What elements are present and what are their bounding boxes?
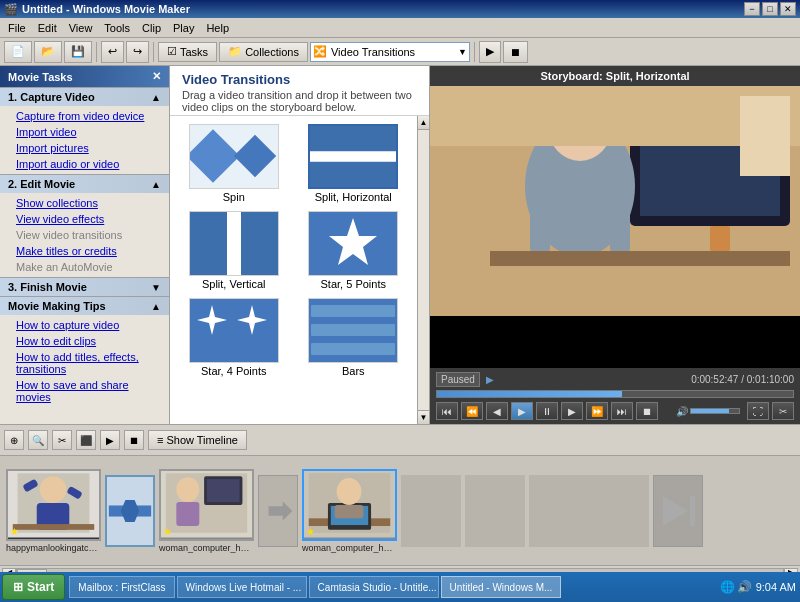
volume-bar[interactable] bbox=[690, 408, 740, 414]
menu-tools[interactable]: Tools bbox=[98, 20, 136, 36]
link-show-collections[interactable]: Show collections bbox=[0, 195, 169, 211]
content-row: Movie Tasks ✕ 1. Capture Video ▲ Capture… bbox=[0, 66, 800, 424]
link-view-effects[interactable]: View video effects bbox=[0, 211, 169, 227]
split-button[interactable]: ✂ bbox=[772, 402, 794, 420]
clip-label-2: woman_computer_happy(2) bbox=[159, 543, 254, 553]
section-tips-title: Movie Making Tips bbox=[8, 300, 106, 312]
storyboard-clip-2[interactable]: ★ woman_computer_happy(2) bbox=[159, 469, 254, 553]
play-button[interactable]: ▶ bbox=[511, 402, 533, 420]
tl-btn-3[interactable]: ✂ bbox=[52, 430, 72, 450]
back-button[interactable]: ◀ bbox=[486, 402, 508, 420]
preview-status: Paused ▶ 0:00:52:47 / 0:01:10:00 bbox=[436, 372, 794, 387]
link-how-capture[interactable]: How to capture video bbox=[0, 317, 169, 333]
tl-stop-button[interactable]: ⏹ bbox=[124, 430, 144, 450]
link-make-titles[interactable]: Make titles or credits bbox=[0, 243, 169, 259]
tl-btn-2[interactable]: 🔍 bbox=[28, 430, 48, 450]
transition-star5[interactable]: Star, 5 Points bbox=[298, 211, 410, 290]
forward-button[interactable]: ▶ bbox=[561, 402, 583, 420]
link-import-audio[interactable]: Import audio or video bbox=[0, 156, 169, 172]
menu-edit[interactable]: Edit bbox=[32, 20, 63, 36]
tb-new[interactable]: 📄 bbox=[4, 41, 32, 63]
taskbar-item-3[interactable]: Untitled - Windows M... bbox=[441, 576, 562, 598]
transition-clip-1[interactable] bbox=[105, 475, 155, 547]
transitions-scrollbar[interactable]: ▲ ▼ bbox=[417, 116, 429, 424]
transition-clip-2[interactable] bbox=[258, 475, 298, 547]
tb-open[interactable]: 📂 bbox=[34, 41, 62, 63]
preview-controls: Paused ▶ 0:00:52:47 / 0:01:10:00 ⏮ ⏪ ◀ ▶… bbox=[430, 368, 800, 424]
transition-star4-label: Star, 4 Points bbox=[201, 365, 266, 377]
scroll-down-button[interactable]: ▼ bbox=[418, 410, 429, 424]
open-icon: 📂 bbox=[41, 45, 55, 58]
collections-button[interactable]: 📁 Collections bbox=[219, 42, 308, 62]
next-frame-button[interactable]: ⏭ bbox=[611, 402, 633, 420]
tb-undo[interactable]: ↩ bbox=[101, 41, 124, 63]
link-how-save[interactable]: How to save and share movies bbox=[0, 377, 169, 405]
scroll-up-button[interactable]: ▲ bbox=[418, 116, 429, 130]
taskbar-item-1[interactable]: Windows Live Hotmail - ... bbox=[177, 576, 307, 598]
tasks-button[interactable]: ☑ Tasks bbox=[158, 42, 217, 62]
tl-btn-4[interactable]: ⬛ bbox=[76, 430, 96, 450]
transition-spin[interactable]: Spin bbox=[178, 124, 290, 203]
link-import-pictures[interactable]: Import pictures bbox=[0, 140, 169, 156]
section-tips-header[interactable]: Movie Making Tips ▲ bbox=[0, 296, 169, 315]
section-edit-header[interactable]: 2. Edit Movie ▲ bbox=[0, 174, 169, 193]
link-how-titles[interactable]: How to add titles, effects, transitions bbox=[0, 349, 169, 377]
tl-btn-1[interactable]: ⊕ bbox=[4, 430, 24, 450]
tb-save[interactable]: 💾 bbox=[64, 41, 92, 63]
transition-split-v[interactable]: Split, Vertical bbox=[178, 211, 290, 290]
tl-play-button[interactable]: ▶ bbox=[100, 430, 120, 450]
panel-title: Movie Tasks bbox=[8, 71, 73, 83]
tb-redo[interactable]: ↪ bbox=[126, 41, 149, 63]
section-tips-links: How to capture video How to edit clips H… bbox=[0, 315, 169, 407]
storyboard-clip-3[interactable]: ★ woman_computer_happy_734... bbox=[302, 469, 397, 553]
minimize-button[interactable]: − bbox=[744, 2, 760, 16]
panel-header: Movie Tasks ✕ bbox=[0, 66, 169, 87]
tb-extra1[interactable]: ▶ bbox=[479, 41, 501, 63]
fast-forward-button[interactable]: ⏩ bbox=[586, 402, 608, 420]
tasks-label: Tasks bbox=[180, 46, 208, 58]
tb-extra2[interactable]: ⏹ bbox=[503, 41, 528, 63]
taskbar-item-2[interactable]: Camtasia Studio - Untitle... bbox=[309, 576, 439, 598]
section-capture-links: Capture from video device Import video I… bbox=[0, 106, 169, 174]
link-capture-device[interactable]: Capture from video device bbox=[0, 108, 169, 124]
taskbar-right: 🌐 🔊 9:04 AM bbox=[720, 580, 800, 594]
menu-file[interactable]: File bbox=[2, 20, 32, 36]
link-how-edit[interactable]: How to edit clips bbox=[0, 333, 169, 349]
control-buttons: ⏮ ⏪ ◀ ▶ ⏸ ▶ ⏩ ⏭ ⏹ 🔊 ⛶ ✂ bbox=[436, 402, 794, 420]
svg-marker-58 bbox=[663, 496, 688, 526]
transitions-title: Video Transitions bbox=[182, 72, 417, 87]
transition-split-h[interactable]: Split, Horizontal bbox=[298, 124, 410, 203]
storyboard-spacer-1 bbox=[401, 475, 461, 547]
title-bar: 🎬 Untitled - Windows Movie Maker − □ ✕ bbox=[0, 0, 800, 18]
storyboard-clip-1[interactable]: ★ happymanlookingatcomputer bbox=[6, 469, 101, 553]
taskbar-item-0[interactable]: Mailbox : FirstClass bbox=[69, 576, 174, 598]
pause-button[interactable]: ⏸ bbox=[536, 402, 558, 420]
svg-rect-8 bbox=[227, 212, 241, 275]
clip-label-1: happymanlookingatcomputer bbox=[6, 543, 101, 553]
fullscreen-button[interactable]: ⛶ bbox=[747, 402, 769, 420]
preview-video bbox=[430, 86, 800, 368]
menu-clip[interactable]: Clip bbox=[136, 20, 167, 36]
section-finish-header[interactable]: 3. Finish Movie ▼ bbox=[0, 277, 169, 296]
section-capture-header[interactable]: 1. Capture Video ▲ bbox=[0, 87, 169, 106]
start-button[interactable]: ⊞ Start bbox=[2, 574, 65, 600]
transitions-dropdown[interactable]: 🔀 Video Transitions ▼ bbox=[310, 42, 470, 62]
close-button[interactable]: ✕ bbox=[780, 2, 796, 16]
transition-star4-thumb bbox=[189, 298, 279, 363]
save-icon: 💾 bbox=[71, 45, 85, 58]
stop-button[interactable]: ⏹ bbox=[636, 402, 658, 420]
link-import-video[interactable]: Import video bbox=[0, 124, 169, 140]
seek-bar[interactable] bbox=[436, 390, 794, 398]
taskbar-item-3-label: Untitled - Windows M... bbox=[450, 582, 553, 593]
show-timeline-button[interactable]: ≡ Show Timeline bbox=[148, 430, 247, 450]
maximize-button[interactable]: □ bbox=[762, 2, 778, 16]
menu-help[interactable]: Help bbox=[200, 20, 235, 36]
rewind-button[interactable]: ⏪ bbox=[461, 402, 483, 420]
transition-bars[interactable]: Bars bbox=[298, 298, 410, 377]
svg-rect-10 bbox=[241, 212, 278, 275]
prev-frame-button[interactable]: ⏮ bbox=[436, 402, 458, 420]
panel-close-button[interactable]: ✕ bbox=[152, 70, 161, 83]
transition-star4[interactable]: Star, 4 Points bbox=[178, 298, 290, 377]
menu-view[interactable]: View bbox=[63, 20, 99, 36]
menu-play[interactable]: Play bbox=[167, 20, 200, 36]
